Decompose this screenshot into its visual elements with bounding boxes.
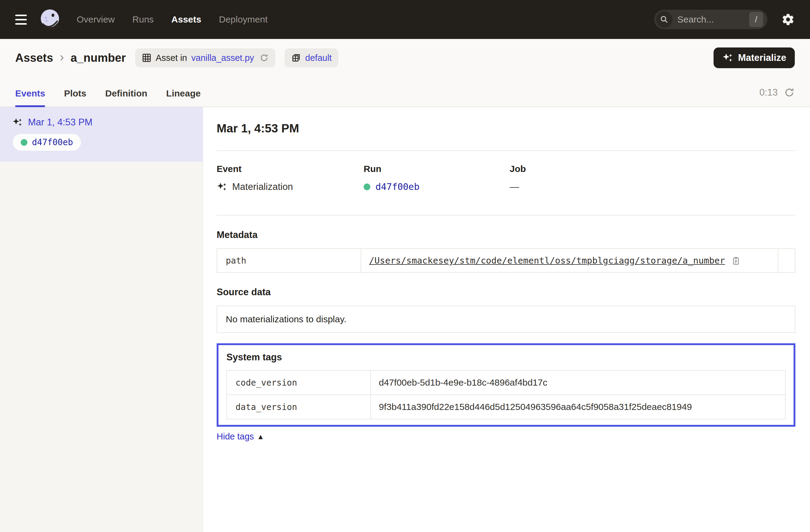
source-data-empty-state: No materializations to display.: [217, 306, 795, 333]
content-area: Mar 1, 4:53 PM d47f00eb Mar 1, 4:53 PM E…: [0, 107, 810, 532]
system-tags-table: code_version d47f00eb-5d1b-4e9e-b18c-489…: [226, 370, 785, 419]
asset-in-label: Asset in: [156, 53, 187, 63]
materialization-sparkle-icon: [12, 117, 22, 128]
copy-icon[interactable]: [731, 256, 740, 265]
gear-icon[interactable]: [781, 13, 795, 26]
tag-value: 9f3b411a390fd22e158d446d5d12504963596aa6…: [371, 395, 785, 419]
materialize-label: Materialize: [738, 52, 786, 63]
tag-value: d47f00eb-5d1b-4e9e-b18c-4896af4bd17c: [371, 371, 785, 394]
search-box[interactable]: /: [654, 10, 767, 29]
tab-events[interactable]: Events: [15, 88, 45, 107]
tag-key: data_version: [227, 395, 371, 419]
event-detail-title: Mar 1, 4:53 PM: [217, 122, 795, 135]
metadata-actions-cell: [778, 249, 795, 272]
slash-key-hint: /: [749, 12, 763, 27]
metadata-heading: Metadata: [217, 229, 795, 240]
refresh-icon[interactable]: [784, 87, 795, 98]
metadata-table: path /Users/smackesey/stm/code/elementl/…: [217, 248, 795, 273]
search-input[interactable]: [677, 14, 749, 25]
event-type-value: Materialization: [232, 181, 293, 192]
page-header: Assets › a_number Asset in vanilla_asset…: [0, 41, 810, 75]
tab-bar: Events Plots Definition Lineage 0:13: [0, 75, 810, 107]
page-title: a_number: [70, 51, 126, 65]
run-id-link[interactable]: d47f00eb: [375, 181, 420, 192]
hide-tags-link[interactable]: Hide tags ▲: [217, 432, 264, 441]
run-success-dot: [21, 139, 27, 146]
asset-file-link[interactable]: vanilla_asset.py: [191, 53, 254, 63]
sparkles-icon: [722, 52, 733, 63]
run-success-dot: [363, 183, 370, 190]
nav-item-deployment[interactable]: Deployment: [219, 14, 268, 25]
job-empty-value: —: [510, 181, 519, 192]
source-data-heading: Source data: [217, 287, 795, 297]
top-nav: Overview Runs Assets Deployment /: [0, 0, 810, 39]
materialization-sparkle-icon: [217, 182, 227, 192]
event-info-grid: Event Materialization Run d47f00eb: [217, 164, 795, 192]
primary-nav: Overview Runs Assets Deployment: [77, 14, 268, 25]
run-id: d47f00eb: [32, 137, 73, 147]
event-timestamp: Mar 1, 4:53 PM: [28, 117, 93, 128]
reload-icon[interactable]: [260, 53, 269, 62]
nav-item-overview[interactable]: Overview: [77, 14, 115, 25]
system-tags-heading: System tags: [226, 352, 785, 363]
nav-item-assets[interactable]: Assets: [171, 14, 201, 25]
event-list-sidebar: Mar 1, 4:53 PM d47f00eb: [0, 107, 203, 532]
refresh-countdown: 0:13: [760, 87, 778, 98]
job-column-label: Job: [510, 164, 795, 174]
metadata-path-link[interactable]: /Users/smackesey/stm/code/elementl/oss/t…: [369, 255, 725, 266]
repo-default-link[interactable]: default: [305, 53, 332, 63]
system-tags-highlight-box: System tags code_version d47f00eb-5d1b-4…: [217, 343, 795, 427]
caret-up-icon: ▲: [257, 433, 264, 441]
hamburger-menu-icon[interactable]: [15, 15, 27, 25]
search-icon: [656, 11, 673, 28]
run-column-label: Run: [363, 164, 510, 174]
repo-grid-icon: [291, 53, 301, 63]
event-column-label: Event: [217, 164, 363, 174]
materialize-button[interactable]: Materialize: [714, 47, 795, 68]
tag-key: code_version: [227, 371, 371, 394]
tab-lineage[interactable]: Lineage: [166, 88, 200, 107]
asset-grid-icon: [142, 53, 151, 63]
breadcrumb-assets-link[interactable]: Assets: [15, 51, 53, 65]
nav-item-runs[interactable]: Runs: [132, 14, 154, 25]
metadata-key: path: [217, 249, 361, 272]
table-row: data_version 9f3b411a390fd22e158d446d5d1…: [227, 394, 785, 419]
tab-definition[interactable]: Definition: [105, 88, 147, 107]
dagster-logo[interactable]: [39, 9, 61, 30]
asset-definition-badge: Asset in vanilla_asset.py: [135, 48, 276, 67]
event-detail-panel: Mar 1, 4:53 PM Event Materialization Run: [203, 107, 810, 532]
nav-right-controls: /: [654, 10, 795, 29]
run-status-pill: d47f00eb: [13, 134, 81, 151]
hide-tags-label: Hide tags: [217, 432, 254, 441]
code-location-badge: default: [285, 48, 338, 67]
tab-plots[interactable]: Plots: [64, 88, 86, 107]
table-row: path /Users/smackesey/stm/code/elementl/…: [217, 249, 795, 272]
chevron-right-icon: ›: [60, 50, 64, 64]
table-row: code_version d47f00eb-5d1b-4e9e-b18c-489…: [227, 371, 785, 394]
event-list-item[interactable]: Mar 1, 4:53 PM d47f00eb: [0, 107, 202, 162]
